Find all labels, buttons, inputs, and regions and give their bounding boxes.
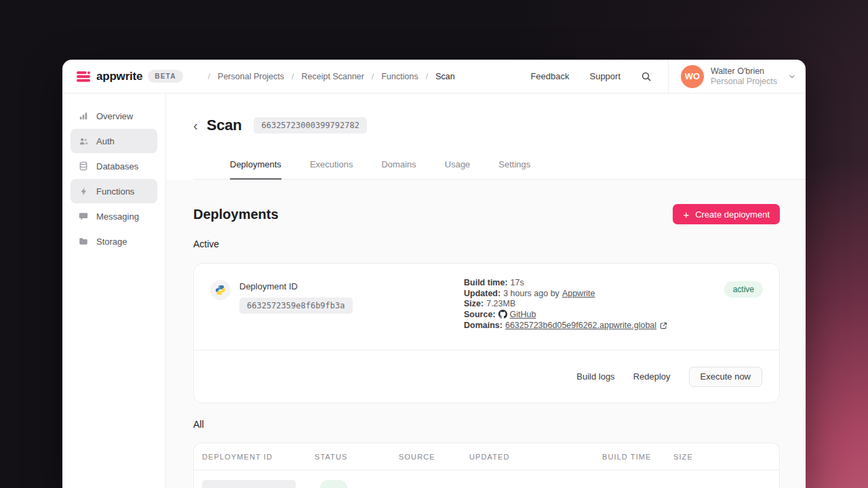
breadcrumb-separator: / <box>201 72 218 81</box>
lightning-icon <box>78 186 89 197</box>
sidebar-item-auth[interactable]: Auth <box>71 129 157 153</box>
table-row[interactable] <box>194 470 779 488</box>
top-navigation-bar: appwrite BETA / Personal Projects / Rece… <box>62 60 806 94</box>
column-header-status: STATUS <box>315 453 399 461</box>
sidebar-item-label: Databases <box>96 161 138 171</box>
status-badge: active <box>724 281 763 298</box>
column-header-size: SIZE <box>673 453 771 461</box>
breadcrumb-scan[interactable]: Scan <box>435 72 455 81</box>
user-organization: Personal Projects <box>711 77 777 87</box>
chat-bubble-icon <box>78 211 89 222</box>
beta-badge: BETA <box>148 70 182 83</box>
avatar: WO <box>681 65 704 88</box>
appwrite-console-window: appwrite BETA / Personal Projects / Rece… <box>62 60 806 488</box>
domains-row: Domains:66325723b6d05e9f6262.appwrite.gl… <box>464 321 667 331</box>
breadcrumb-receipt-scanner[interactable]: Receipt Scanner <box>302 72 364 81</box>
tab-domains[interactable]: Domains <box>381 159 416 179</box>
folder-icon <box>78 236 89 247</box>
user-name: Walter O'brien <box>711 66 777 77</box>
sidebar-item-label: Functions <box>96 186 134 197</box>
tab-usage[interactable]: Usage <box>445 159 471 179</box>
row-deployment-id-badge[interactable] <box>202 480 296 488</box>
tab-settings[interactable]: Settings <box>498 159 530 179</box>
build-info: Build time:17s Updated:3 hours ago byApp… <box>464 278 667 331</box>
topbar-actions: Feedback Support WO Walter O'brien Perso… <box>530 60 806 93</box>
sidebar-item-label: Messaging <box>96 211 139 222</box>
create-deployment-button[interactable]: + Create deployment <box>673 204 780 224</box>
deployment-id-badge[interactable]: 6632572359e8f6b9fb3a <box>239 298 353 314</box>
database-icon <box>78 161 89 171</box>
deployments-table: DEPLOYMENT ID STATUS SOURCE UPDATED BUIL… <box>193 443 780 488</box>
column-header-updated: UPDATED <box>469 453 602 461</box>
sidebar-item-storage[interactable]: Storage <box>71 229 157 253</box>
domain-link[interactable]: 66325723b6d05e9f6262.appwrite.global <box>505 321 656 330</box>
function-id-badge[interactable]: 66325723000399792782 <box>254 117 367 134</box>
bar-chart-icon <box>78 110 89 121</box>
python-runtime-icon <box>210 280 231 300</box>
users-icon <box>78 136 89 146</box>
breadcrumb-separator: / <box>364 72 381 81</box>
deployments-content: Deployments + Create deployment Active <box>166 180 806 488</box>
sidebar-item-label: Overview <box>96 111 133 121</box>
search-icon[interactable] <box>641 71 652 82</box>
appwrite-link[interactable]: Appwrite <box>562 289 595 298</box>
desktop-backdrop: { "topbar": { "brand": "appwrite", "beta… <box>0 0 868 488</box>
sidebar-item-label: Storage <box>96 237 127 247</box>
user-menu[interactable]: WO Walter O'brien Personal Projects <box>669 60 806 93</box>
github-icon <box>498 310 507 319</box>
size-row: Size:7.23MB <box>464 299 667 310</box>
column-header-build-time: BUILD TIME <box>602 453 673 461</box>
breadcrumb-functions[interactable]: Functions <box>381 72 418 81</box>
column-header-source: SOURCE <box>399 453 469 461</box>
breadcrumb-personal-projects[interactable]: Personal Projects <box>218 72 284 81</box>
column-header-deployment-id: DEPLOYMENT ID <box>202 453 315 461</box>
breadcrumb-separator: / <box>418 72 435 81</box>
tab-executions[interactable]: Executions <box>310 159 353 179</box>
breadcrumb-separator: / <box>284 72 301 81</box>
external-link-icon <box>660 322 667 329</box>
feedback-link[interactable]: Feedback <box>530 71 569 81</box>
active-section-label: Active <box>193 239 780 249</box>
support-link[interactable]: Support <box>589 71 620 81</box>
github-link[interactable]: GitHub <box>510 310 536 319</box>
execute-now-button[interactable]: Execute now <box>689 367 762 387</box>
page-head: ‹ Scan 66325723000399792782 Deployments … <box>166 94 806 180</box>
plus-icon: + <box>683 209 689 220</box>
appwrite-logo-icon <box>76 69 91 84</box>
sidebar-item-messaging[interactable]: Messaging <box>71 204 157 228</box>
sidebar: Overview Auth Databases Functions <box>62 94 166 488</box>
deployments-heading: Deployments <box>193 207 279 222</box>
sidebar-item-databases[interactable]: Databases <box>71 154 157 178</box>
user-meta: Walter O'brien Personal Projects <box>711 66 777 87</box>
back-chevron-icon[interactable]: ‹ <box>193 119 198 132</box>
tab-deployments[interactable]: Deployments <box>230 159 281 179</box>
main-panel: ‹ Scan 66325723000399792782 Deployments … <box>166 94 806 488</box>
active-deployment-card: Deployment ID 6632572359e8f6b9fb3a Build… <box>193 263 780 403</box>
row-status-badge <box>320 480 347 488</box>
sidebar-item-overview[interactable]: Overview <box>71 104 157 128</box>
card-footer: Build logs Redeploy Execute now <box>194 350 779 403</box>
redeploy-button[interactable]: Redeploy <box>633 371 671 382</box>
breadcrumb: / Personal Projects / Receipt Scanner / … <box>201 72 455 81</box>
updated-row: Updated:3 hours ago byAppwrite <box>464 289 667 300</box>
sidebar-item-label: Auth <box>96 136 115 146</box>
tab-bar: Deployments Executions Domains Usage Set… <box>193 159 806 180</box>
build-time-row: Build time:17s <box>464 278 667 289</box>
chevron-down-icon <box>788 73 796 81</box>
app-shell: Overview Auth Databases Functions <box>62 94 806 488</box>
all-section-label: All <box>193 419 780 430</box>
sidebar-item-functions[interactable]: Functions <box>71 179 157 203</box>
page-title: Scan <box>207 117 242 134</box>
appwrite-logo[interactable]: appwrite <box>76 69 142 84</box>
table-header-row: DEPLOYMENT ID STATUS SOURCE UPDATED BUIL… <box>194 443 779 470</box>
brand-name: appwrite <box>96 70 142 83</box>
build-logs-button[interactable]: Build logs <box>576 371 614 382</box>
deployment-id-label: Deployment ID <box>239 281 353 291</box>
source-row: Source:GitHub <box>464 310 667 321</box>
